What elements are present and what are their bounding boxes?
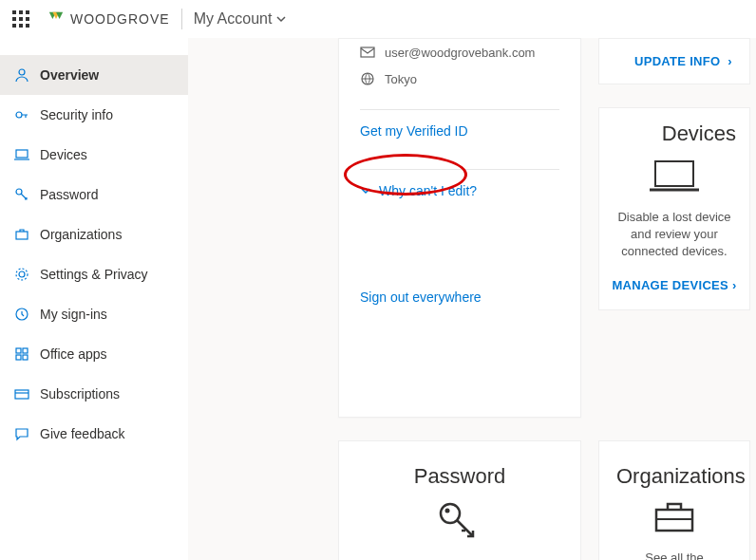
person-icon — [13, 67, 30, 83]
svg-rect-18 — [655, 161, 693, 186]
svg-rect-5 — [16, 150, 28, 158]
sidebar-item-signins[interactable]: My sign-ins — [0, 294, 188, 334]
clock-icon — [13, 307, 30, 322]
profile-email-row: user@woodgrovebank.com — [339, 39, 580, 65]
sidebar-item-label: Overview — [40, 67, 99, 83]
app-switcher[interactable]: My Account — [194, 10, 288, 28]
sidebar-item-devices[interactable]: Devices — [0, 135, 188, 175]
globe-icon — [360, 71, 375, 86]
tile-caption: See all the organizations that you're a … — [616, 550, 732, 560]
laptop-icon — [609, 158, 740, 196]
svg-rect-11 — [16, 348, 21, 353]
brand: WOODGROVE — [47, 10, 170, 28]
organizations-tile[interactable]: Organizations See all the organizations … — [598, 440, 750, 560]
manage-devices-button[interactable]: MANAGE DEVICES › — [609, 278, 740, 292]
profile-email: user@woodgrovebank.com — [385, 46, 535, 60]
button-label: UPDATE INFO — [634, 54, 720, 68]
card-caption: Disable a lost device and review your co… — [609, 209, 740, 261]
sidebar-item-label: Give feedback — [40, 426, 125, 441]
why-cant-edit-link[interactable]: Why can't I edit? — [339, 170, 580, 212]
sidebar-item-label: Office apps — [40, 346, 107, 362]
gear-icon — [13, 267, 30, 282]
sidebar-item-office[interactable]: Office apps — [0, 334, 188, 374]
chevron-right-icon: › — [732, 278, 737, 292]
main-content: user@woodgrovebank.com Tokyo Get my Veri… — [188, 38, 756, 560]
svg-point-3 — [19, 69, 25, 75]
brand-label: WOODGROVE — [70, 11, 170, 27]
chevron-down-icon — [360, 185, 371, 196]
sidebar-item-security[interactable]: Security info — [0, 95, 188, 135]
sidebar-item-settings[interactable]: Settings & Privacy — [0, 254, 188, 294]
sidebar-item-label: Settings & Privacy — [40, 267, 148, 282]
sidebar-item-feedback[interactable]: Give feedback — [0, 414, 188, 454]
sidebar-item-label: Devices — [40, 147, 87, 162]
link-label: Why can't I edit? — [379, 183, 477, 198]
mail-icon — [360, 45, 375, 60]
sidebar-item-label: Security info — [40, 107, 113, 122]
card-title: Devices — [609, 121, 740, 146]
sidebar-item-subscriptions[interactable]: Subscriptions — [0, 374, 188, 414]
profile-card: user@woodgrovebank.com Tokyo Get my Veri… — [338, 38, 581, 418]
button-label: MANAGE DEVICES — [612, 278, 728, 292]
profile-location-row: Tokyo — [339, 65, 580, 92]
password-icon — [13, 187, 30, 202]
svg-rect-13 — [16, 355, 21, 360]
svg-rect-14 — [23, 355, 28, 360]
sidebar-item-label: Organizations — [40, 227, 122, 242]
tile-title: Password — [356, 464, 563, 489]
laptop-icon — [13, 147, 30, 162]
apps-icon — [13, 346, 30, 362]
key-icon — [356, 498, 563, 544]
svg-rect-16 — [361, 47, 374, 57]
app-launcher-icon[interactable] — [8, 6, 34, 32]
sidebar-item-password[interactable]: Password — [0, 175, 188, 215]
sidebar-item-organizations[interactable]: Organizations — [0, 215, 188, 254]
briefcase-icon — [13, 227, 30, 242]
svg-rect-15 — [15, 390, 28, 399]
profile-location: Tokyo — [385, 72, 417, 86]
sidebar-item-label: My sign-ins — [40, 307, 107, 322]
update-info-button[interactable]: UPDATE INFO › — [598, 38, 750, 84]
key-icon — [13, 107, 30, 122]
link-label: Get my Verified ID — [360, 123, 468, 139]
header-divider — [181, 9, 182, 29]
app-header: WOODGROVE My Account — [0, 0, 756, 38]
svg-point-8 — [19, 271, 25, 277]
sidebar-item-overview[interactable]: Overview — [0, 55, 188, 95]
brand-logo-icon — [47, 10, 65, 28]
sidebar-item-label: Password — [40, 187, 98, 202]
layout: Overview Security info Devices Password … — [0, 38, 756, 560]
svg-rect-12 — [23, 348, 28, 353]
briefcase-icon — [616, 498, 732, 536]
tile-title: Organizations — [616, 464, 732, 489]
sign-out-everywhere-link[interactable]: Sign out everywhere — [339, 269, 580, 326]
sidebar-item-label: Subscriptions — [40, 386, 120, 401]
devices-card: Devices Disable a lost device and review… — [598, 107, 750, 310]
card-icon — [13, 386, 30, 401]
svg-point-20 — [445, 509, 450, 513]
app-switcher-label: My Account — [194, 10, 273, 28]
sidebar: Overview Security info Devices Password … — [0, 38, 188, 560]
svg-point-9 — [16, 269, 28, 280]
chevron-down-icon — [275, 13, 287, 25]
chevron-right-icon: › — [728, 54, 732, 68]
get-verified-id-link[interactable]: Get my Verified ID — [339, 110, 580, 152]
svg-rect-7 — [16, 232, 28, 239]
password-tile[interactable]: Password Make your password stronger, or… — [338, 440, 581, 560]
chat-icon — [13, 426, 30, 441]
svg-point-4 — [16, 112, 22, 118]
link-label: Sign out everywhere — [360, 289, 482, 305]
